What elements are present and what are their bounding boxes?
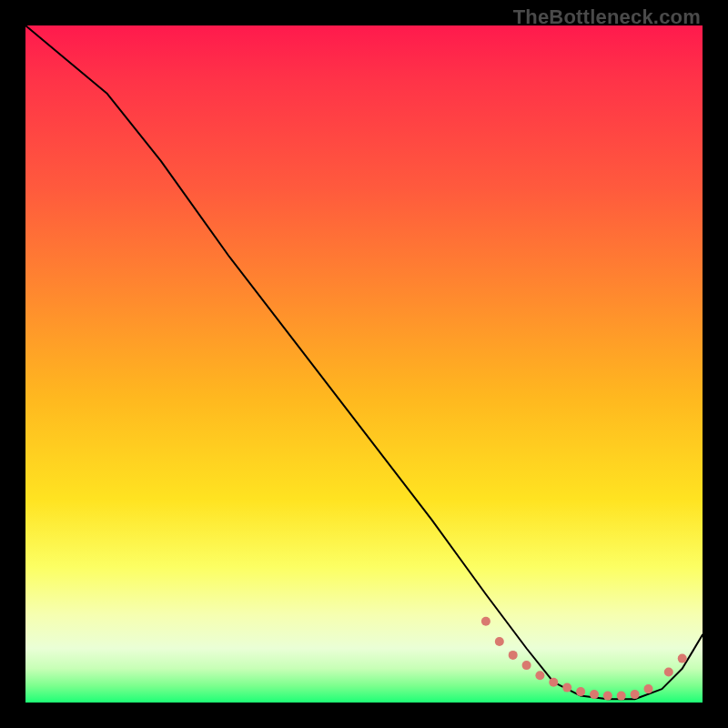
marker-dot (535, 671, 544, 680)
marker-dot (631, 690, 640, 699)
chart-frame: TheBottleneck.com (0, 0, 728, 728)
marker-dot (495, 637, 504, 646)
marker-dot (549, 678, 558, 687)
marker-dot (562, 683, 571, 693)
marker-dot (664, 668, 673, 677)
curve-svg (25, 25, 703, 703)
marker-dot (644, 684, 653, 693)
marker-dot (603, 692, 612, 701)
marker-dot (678, 654, 687, 663)
marker-dot (617, 692, 626, 701)
marker-dot (481, 617, 490, 626)
bottleneck-curve (25, 25, 703, 699)
marker-dot (522, 661, 531, 670)
marker-dot (590, 690, 599, 699)
marker-dot (576, 687, 585, 696)
marker-dot (509, 651, 518, 660)
plot-area (25, 25, 703, 703)
